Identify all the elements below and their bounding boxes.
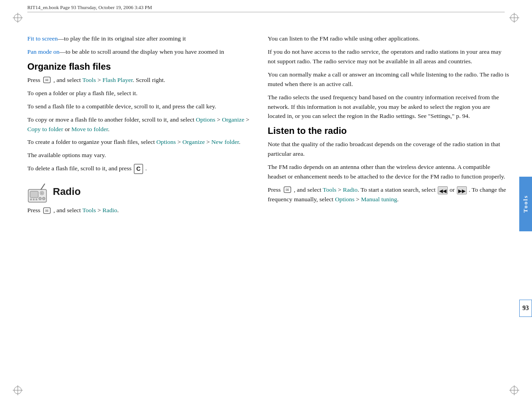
p8-mid: , and select [53,207,81,214]
fit-to-screen-para: Fit to screen—to play the file in its or… [27,34,250,44]
delete-key-icon: C [134,164,143,174]
r7-mid: , and select [294,186,321,193]
p4-end: . [108,126,109,133]
p1-flash: Flash Player [102,76,133,83]
right-p2: If you do not have access to the radio s… [268,47,509,66]
svg-point-20 [42,197,45,200]
p1-tools: Tools [82,76,96,83]
svg-line-18 [41,184,45,189]
p5-options: Options [156,138,176,145]
p4-organize: Organize [222,116,244,123]
organize-p4: To copy or move a flash file to another … [27,115,250,134]
side-tab-label: Tools [522,195,529,213]
top-bar: RIT14_en.book Page 93 Thursday, October … [27,5,505,12]
right-p6: The FM radio depends on an antenna other… [268,163,509,182]
pan-mode-text: —to be able to scroll around the display… [60,48,224,55]
right-p4: The radio selects the used frequency ban… [268,93,509,122]
svg-point-19 [39,197,41,200]
p4-gt1: > [215,116,222,123]
organize-p1: Press ✉ , and select Tools > Flash Playe… [27,76,250,85]
organize-heading: Organize flash files [27,61,250,72]
p8-press: Press [27,207,41,214]
svg-rect-21 [30,199,32,200]
corner-mark-bl [13,385,23,395]
svg-text:✉: ✉ [45,209,49,213]
fit-to-screen-link: Fit to screen [27,35,58,42]
corner-mark-tr [509,13,519,23]
p1-gt1: > [96,76,102,83]
prev-station-button[interactable]: ◀◀ [438,186,448,194]
pan-mode-link: Pan mode on [27,48,60,55]
page-container: RIT14_en.book Page 93 Thursday, October … [0,0,532,408]
p5-start: To create a folder to organize your flas… [27,138,155,145]
p5-new: New folder [211,138,239,145]
p8-end: . [117,207,118,214]
right-p7: Press ✉ , and select Tools > Radio. To s… [268,185,509,204]
side-tab: Tools [519,177,532,231]
left-column: Fit to screen—to play the file in its or… [27,20,259,390]
p5-organize: Organize [182,138,205,145]
p4-move: Move to folder [72,126,108,133]
organize-p5: To create a folder to organize your flas… [27,138,250,147]
right-p5: Note that the quality of the radio broad… [268,140,509,159]
right-p3: You can normally make a call or answer a… [268,70,509,89]
listen-heading: Listen to the radio [268,126,509,136]
r7-gt: > [336,186,343,193]
page-number-box: 93 [519,300,532,317]
p4-or: or [63,126,72,133]
r7-or: or [450,186,456,193]
radio-icon [27,183,47,203]
organize-p6: The available options may vary. [27,151,250,160]
p5-end: . [239,138,240,145]
corner-mark-tl [13,13,23,23]
p7-end: . [145,165,147,172]
p1-mid: , and select [53,76,81,83]
svg-text:✉: ✉ [286,188,289,192]
p1-press: Press [27,76,41,83]
r7-dot: . [397,196,399,203]
organize-p7: To delete a flash file, scroll to it, an… [27,164,250,174]
p4-gt2: > [244,116,249,123]
p8-gt: > [96,207,102,214]
svg-point-17 [41,192,43,194]
radio-p1: Press ✉ , and select Tools > Radio. [27,206,250,215]
organize-p2: To open a folder or play a flash file, s… [27,89,250,98]
p4-copy: Copy to folder [27,126,63,133]
r7-period: . To start a station search, select [358,186,435,193]
p7-start: To delete a flash file, scroll to it, an… [27,165,132,172]
menu-key-icon3: ✉ [283,186,292,193]
r7-press: Press [268,186,281,193]
right-p1: You can listen to the FM radio while usi… [268,34,509,44]
svg-rect-22 [33,199,35,200]
p5-gt1: > [176,138,182,145]
page-number: 93 [522,305,529,312]
pan-mode-para: Pan mode on—to be able to scroll around … [27,47,250,57]
r7-gt2: > [354,196,361,203]
file-info: RIT14_en.book Page 93 Thursday, October … [27,5,152,10]
p4-options: Options [196,116,215,123]
r7-options: Options [335,196,354,203]
p1-end: . Scroll right. [133,76,165,83]
svg-text:✉: ✉ [45,78,49,82]
svg-rect-23 [36,199,37,200]
menu-key-icon2: ✉ [43,207,51,214]
radio-title: Radio [53,182,81,198]
fit-to-screen-text: —to play the file in its original size a… [58,35,186,42]
svg-rect-15 [30,191,38,198]
radio-section: Radio [27,182,250,203]
corner-mark-br [509,385,519,395]
right-column: You can listen to the FM radio while usi… [259,20,509,390]
next-station-button[interactable]: ▶▶ [457,186,467,194]
content-area: Fit to screen—to play the file in its or… [27,20,509,390]
p4-start: To copy or move a flash file to another … [27,116,194,123]
p8-radio: Radio [102,207,117,214]
menu-key-icon: ✉ [43,76,51,83]
organize-p3: To send a flash file to a compatible dev… [27,102,250,112]
p8-tools: Tools [82,207,96,214]
r7-tools: Tools [323,186,337,193]
p5-gt2: > [205,138,211,145]
r7-radio: Radio [343,186,358,193]
r7-manual: Manual tuning [361,196,397,203]
